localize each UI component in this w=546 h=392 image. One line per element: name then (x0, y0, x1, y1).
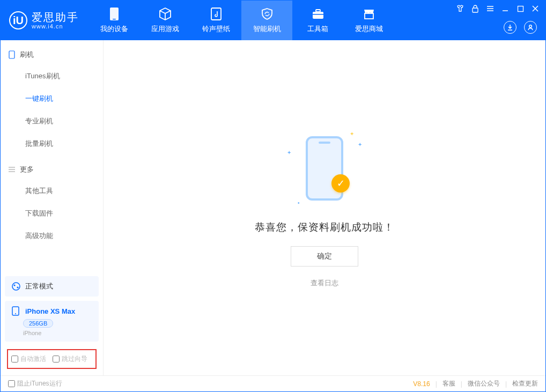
success-illustration: ✦✦•✦ ✓ (284, 128, 365, 209)
device-card[interactable]: iPhone XS Max 256GB iPhone (5, 301, 99, 342)
nav-label: 铃声壁纸 (202, 24, 230, 34)
nav-tabs: 我的设备 应用游戏 铃声壁纸 智能刷机 工具箱 爱思商城 (88, 1, 394, 40)
svg-point-15 (15, 313, 16, 314)
cube-icon (158, 7, 172, 21)
support-link[interactable]: 客服 (442, 379, 455, 388)
toolbox-icon (311, 7, 325, 21)
svg-rect-7 (473, 8, 478, 12)
close-icon[interactable] (530, 4, 540, 13)
options-row: 自动激活 跳过向导 (7, 349, 97, 369)
nav-label: 爱思商城 (355, 24, 383, 34)
shirt-icon[interactable] (455, 4, 465, 13)
minimize-icon[interactable] (500, 4, 510, 13)
body: 刷机 iTunes刷机 一键刷机 专业刷机 批量刷机 更多 其他工具 下载固件 … (1, 40, 545, 375)
sidebar-bottom: 正常模式 iPhone XS Max 256GB iPhone 自动激活 跳过向… (1, 272, 103, 375)
user-button[interactable] (524, 21, 537, 34)
mode-icon (11, 282, 21, 291)
svg-rect-10 (9, 51, 14, 58)
check-icon: ✓ (331, 174, 350, 193)
nav-tab-flash[interactable]: 智能刷机 (241, 1, 292, 40)
mode-card[interactable]: 正常模式 (5, 276, 99, 297)
window-controls (450, 1, 545, 40)
group-title: 更多 (20, 165, 34, 174)
sidebar-item-download-fw[interactable]: 下载固件 (1, 202, 103, 225)
svg-rect-8 (518, 6, 523, 11)
phone-small-icon (8, 51, 16, 58)
sidebar-group-flash: 刷机 (1, 40, 103, 65)
footer: 阻止iTunes运行 V8.16 | 客服 | 微信公众号 | 检查更新 (1, 375, 545, 391)
block-itunes-checkbox[interactable]: 阻止iTunes运行 (8, 379, 62, 388)
wechat-link[interactable]: 微信公众号 (468, 379, 500, 388)
logo-area: iU 爱思助手 www.i4.cn (1, 1, 88, 40)
app-window: iU 爱思助手 www.i4.cn 我的设备 应用游戏 铃声壁纸 智能刷机 (0, 0, 546, 392)
device-storage: 256GB (23, 319, 53, 328)
app-name: 爱思助手 (32, 11, 79, 23)
sidebar: 刷机 iTunes刷机 一键刷机 专业刷机 批量刷机 更多 其他工具 下载固件 … (1, 40, 104, 375)
skip-guide-checkbox[interactable]: 跳过向导 (53, 354, 87, 364)
device-phone-icon (11, 306, 20, 316)
device-name: iPhone XS Max (25, 307, 75, 315)
store-icon (362, 7, 376, 21)
logo-text: 爱思助手 www.i4.cn (32, 11, 79, 29)
svg-rect-6 (365, 13, 373, 19)
sidebar-item-batch-flash[interactable]: 批量刷机 (1, 132, 103, 155)
sidebar-item-advanced[interactable]: 高级功能 (1, 225, 103, 247)
logo-icon: iU (9, 11, 27, 29)
nav-label: 我的设备 (100, 24, 128, 34)
nav-tab-device[interactable]: 我的设备 (88, 1, 139, 40)
group-title: 刷机 (20, 50, 34, 60)
success-text: 恭喜您，保资料刷机成功啦！ (255, 220, 394, 234)
update-link[interactable]: 检查更新 (512, 379, 538, 388)
sidebar-item-pro-flash[interactable]: 专业刷机 (1, 110, 103, 132)
nav-tab-store[interactable]: 爱思商城 (343, 1, 394, 40)
svg-point-9 (529, 25, 532, 28)
sidebar-group-more: 更多 (1, 155, 103, 180)
download-button[interactable] (504, 21, 517, 34)
nav-tab-ringtones[interactable]: 铃声壁纸 (190, 1, 241, 40)
version-label: V8.16 (413, 380, 430, 388)
view-log-link[interactable]: 查看日志 (311, 278, 338, 288)
svg-rect-1 (113, 19, 116, 20)
maximize-icon[interactable] (515, 4, 525, 13)
ok-button[interactable]: 确定 (291, 246, 358, 267)
sidebar-item-onekey-flash[interactable]: 一键刷机 (1, 87, 103, 110)
nav-label: 应用游戏 (151, 24, 179, 34)
menu-icon[interactable] (485, 4, 495, 13)
svg-rect-4 (316, 10, 320, 12)
app-url: www.i4.cn (32, 23, 79, 29)
svg-rect-5 (313, 14, 323, 15)
svg-rect-3 (313, 12, 323, 19)
list-icon (8, 166, 16, 173)
nav-label: 智能刷机 (253, 24, 281, 34)
titlebar: iU 爱思助手 www.i4.cn 我的设备 应用游戏 铃声壁纸 智能刷机 (1, 1, 545, 40)
svg-point-12 (13, 284, 15, 286)
music-icon (209, 7, 223, 21)
nav-tab-toolbox[interactable]: 工具箱 (292, 1, 343, 40)
phone-icon (107, 7, 121, 21)
device-type: iPhone (23, 330, 92, 336)
mode-label: 正常模式 (25, 282, 53, 291)
main-content: ✦✦•✦ ✓ 恭喜您，保资料刷机成功啦！ 确定 查看日志 (104, 40, 545, 375)
lock-icon[interactable] (470, 4, 480, 13)
nav-label: 工具箱 (307, 24, 328, 34)
svg-point-13 (17, 286, 18, 288)
svg-point-11 (12, 283, 20, 290)
refresh-shield-icon (260, 7, 274, 21)
sidebar-item-other-tools[interactable]: 其他工具 (1, 180, 103, 202)
auto-activate-checkbox[interactable]: 自动激活 (11, 354, 46, 364)
sidebar-item-itunes-flash[interactable]: iTunes刷机 (1, 65, 103, 87)
svg-rect-0 (110, 8, 119, 20)
svg-rect-2 (211, 8, 221, 20)
nav-tab-apps[interactable]: 应用游戏 (139, 1, 190, 40)
